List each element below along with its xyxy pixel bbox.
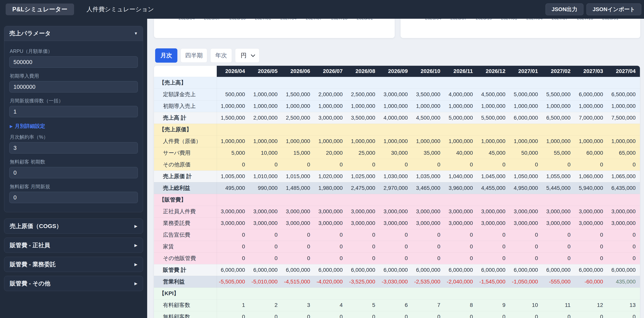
cell xyxy=(380,124,412,135)
panel-title: 売上パラメータ xyxy=(9,30,51,38)
row-label: サーバ費用 xyxy=(154,147,217,159)
cell: 4,000,000 xyxy=(380,112,412,124)
cell xyxy=(314,194,347,206)
monthly-churn-rate-input[interactable] xyxy=(9,142,138,154)
cell xyxy=(412,77,444,89)
arpu-input[interactable] xyxy=(9,56,138,68)
row-label: 売上総利益 xyxy=(154,182,217,194)
cell: 3,000,000 xyxy=(314,206,347,217)
initial-setup-cost-field: 初期導入費用 xyxy=(9,73,138,93)
table-header-row: 2026/042026/052026/062026/072026/082026/… xyxy=(154,66,640,77)
cell: 3,000,000 xyxy=(314,217,347,229)
month-header-cell: 2026/10 xyxy=(412,66,444,77)
free-customers-initial-input[interactable] xyxy=(9,167,138,178)
chevron-right-icon: ▶ xyxy=(10,124,13,129)
cell: 0 xyxy=(282,159,314,171)
cell: 1,485,000 xyxy=(282,182,314,194)
cell: 0 xyxy=(347,252,380,264)
cell: 1,500,000 xyxy=(282,89,314,100)
month-header-cell: 2026/05 xyxy=(249,66,282,77)
cell: 0 xyxy=(542,229,575,241)
cell xyxy=(217,77,249,89)
panel-sga-other[interactable]: 販管費 - その他▶ xyxy=(4,276,143,291)
cell xyxy=(477,287,510,299)
cell: -1,545,000 xyxy=(477,276,510,287)
table-row: サーバ費用5,00010,00015,00020,00025,00030,000… xyxy=(154,147,640,159)
cell: 0 xyxy=(477,241,510,252)
month-header-cell: 2026/09 xyxy=(380,66,412,77)
cell: 0 xyxy=(510,229,542,241)
cell: 1,000,000 xyxy=(380,100,412,112)
cell: 0 xyxy=(444,311,477,318)
period-button-monthly[interactable]: 月次 xyxy=(155,48,177,63)
initial-setup-cost-input[interactable] xyxy=(9,81,138,93)
cell: 0 xyxy=(282,241,314,252)
cell xyxy=(249,77,282,89)
cell: 1,045,000 xyxy=(477,171,510,182)
unit-select-value: 円 xyxy=(241,52,246,60)
cell: 1,980,000 xyxy=(314,182,347,194)
json-import-button[interactable]: JSONインポート xyxy=(586,4,641,15)
cell: 0 xyxy=(380,229,412,241)
cell: 0 xyxy=(217,241,249,252)
cell: 1,065,000 xyxy=(607,171,640,182)
table-corner-cell xyxy=(154,66,217,77)
cell: 1,000,000 xyxy=(575,135,607,147)
cell xyxy=(477,194,510,206)
unit-select[interactable]: 円 xyxy=(235,48,260,63)
tab-pl-simulator[interactable]: P&Lシミュレーター xyxy=(6,4,74,15)
cell: 5,000 xyxy=(217,147,249,159)
cell: 1,000,000 xyxy=(217,100,249,112)
cell: 1,000,000 xyxy=(542,100,575,112)
free-customers-initial-field: 無料顧客 初期数 xyxy=(9,159,138,178)
cell: 4 xyxy=(314,299,347,311)
free-customers-monthly-new-input[interactable] xyxy=(9,192,138,203)
cell: 4,500,000 xyxy=(477,89,510,100)
cell: 6,000,000 xyxy=(249,264,282,276)
revenue-params-panel-header[interactable]: 売上パラメータ ▼ xyxy=(4,26,143,41)
cell: 0 xyxy=(444,229,477,241)
cell: 0 xyxy=(282,252,314,264)
chevron-right-icon: ▶ xyxy=(134,243,138,248)
cell: 2,500,000 xyxy=(282,112,314,124)
cell: 3,000,000 xyxy=(510,206,542,217)
period-button-yearly[interactable]: 年次 xyxy=(210,48,232,63)
cell: 0 xyxy=(575,252,607,264)
cell: 13 xyxy=(607,299,640,311)
table-row: 販管費 計6,000,0006,000,0006,000,0006,000,00… xyxy=(154,264,640,276)
cell: 1,025,000 xyxy=(347,171,380,182)
cell: 3,000,000 xyxy=(380,217,412,229)
cell: 3,500,000 xyxy=(412,89,444,100)
cell: 3,000,000 xyxy=(607,206,640,217)
cell: 1,500,000 xyxy=(217,112,249,124)
row-label: 【売上高】 xyxy=(154,77,217,89)
fields-top: ARPU（月額単価）初期導入費用月間新規獲得数（一括） xyxy=(9,48,138,117)
cell: -4,020,000 xyxy=(314,276,347,287)
cell: 50,000 xyxy=(510,147,542,159)
cell: 0 xyxy=(380,311,412,318)
monthly-detail-link[interactable]: ▶ 月別詳細設定 xyxy=(10,123,138,130)
cell: 12 xyxy=(575,299,607,311)
monthly-new-acquisitions-input[interactable] xyxy=(9,106,138,117)
period-button-quarterly[interactable]: 四半期 xyxy=(180,48,207,63)
cell: 990,000 xyxy=(249,182,282,194)
cell: 0 xyxy=(314,311,347,318)
cell: 1,000,000 xyxy=(575,100,607,112)
cell: 0 xyxy=(444,241,477,252)
panel-cogs[interactable]: 売上原価（COGS）▶ xyxy=(4,218,143,234)
main-content: 2026/042026/072026/102027/012027/042027/… xyxy=(147,19,644,318)
cell: 3,000,000 xyxy=(314,112,347,124)
arpu-field: ARPU（月額単価） xyxy=(9,48,138,68)
cell: 2,000,000 xyxy=(249,112,282,124)
cell: 3,000,000 xyxy=(412,206,444,217)
table-row: 【売上原価】 xyxy=(154,124,640,135)
panel-cogs-title: 売上原価（COGS） xyxy=(10,222,62,230)
table-row: 正社員人件費3,000,0003,000,0003,000,0003,000,0… xyxy=(154,206,640,217)
cell: 10 xyxy=(510,299,542,311)
panel-sga-fulltime[interactable]: 販管費 - 正社員▶ xyxy=(4,238,143,253)
cell: 25,000 xyxy=(347,147,380,159)
free-customers-monthly-new-field: 無料顧客 月間新規 xyxy=(9,183,138,203)
tab-hr-cost-simulation[interactable]: 人件費シミュレーション xyxy=(80,4,160,15)
panel-sga-outsourcing[interactable]: 販管費 - 業務委託▶ xyxy=(4,257,143,272)
json-export-button[interactable]: JSON出力 xyxy=(546,4,584,15)
